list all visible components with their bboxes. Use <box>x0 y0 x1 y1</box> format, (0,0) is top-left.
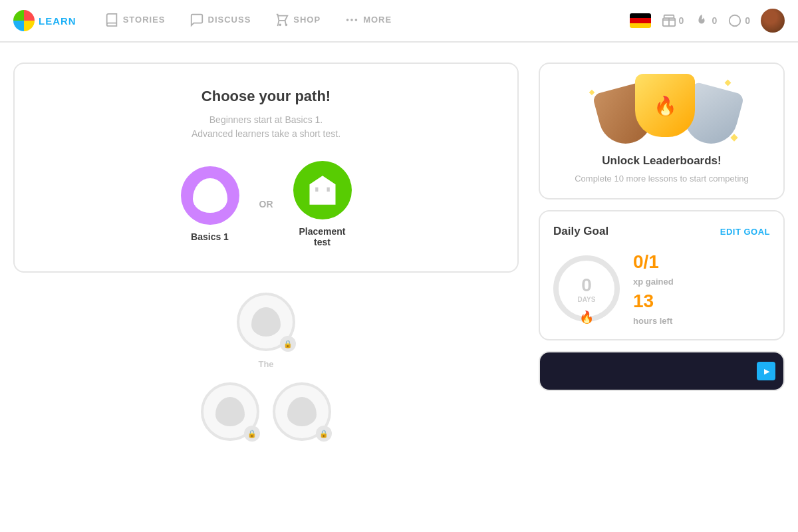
nav-item-shop[interactable]: SHOP <box>265 0 330 42</box>
lesson-node-3[interactable]: 🔒 <box>273 382 331 441</box>
duolingo-logo-icon <box>13 10 35 31</box>
diamond-4 <box>589 90 595 95</box>
nav-right: 0 0 0 <box>630 9 785 33</box>
placement-label: Placementtest <box>299 226 345 247</box>
language-flag-de[interactable] <box>630 13 651 28</box>
leaderboard-title: Unlock Leaderboards! <box>553 154 770 168</box>
fire-badge[interactable]: 0 <box>694 13 717 28</box>
hours-left-label: hours left <box>633 316 674 326</box>
choose-path-subtitle: Beginners start at Basics 1.Advanced lea… <box>41 113 491 141</box>
placement-circle <box>293 161 352 219</box>
more-icon <box>344 13 359 27</box>
chest-badge[interactable]: 0 <box>662 13 684 28</box>
svg-rect-6 <box>315 188 318 192</box>
nav-logo[interactable]: LEARN <box>13 10 76 31</box>
xp-stats: 0/1 xp gained 13 hours left <box>633 251 674 326</box>
edit-goal-button[interactable]: EDIT GOAL <box>720 227 770 237</box>
leaderboard-subtitle: Complete 10 more lessons to start compet… <box>553 173 770 185</box>
locked-egg-icon-1 <box>251 307 281 336</box>
lesson-node-2[interactable]: 🔒 <box>201 382 259 441</box>
path-options: Basics 1 OR Placementtest <box>41 161 491 247</box>
right-column: Unlock Leaderboards! Complete 10 more le… <box>539 63 785 449</box>
flag-stripe-red <box>630 18 651 23</box>
svg-rect-4 <box>664 15 674 19</box>
building-icon <box>305 173 340 207</box>
nav-item-more[interactable]: MORE <box>335 0 401 42</box>
or-label: OR <box>259 199 273 209</box>
nav-logo-label: LEARN <box>39 15 76 27</box>
svg-point-1 <box>350 19 353 21</box>
gem-icon <box>728 13 742 28</box>
placement-test-option[interactable]: Placementtest <box>293 161 352 247</box>
ad-play-button[interactable] <box>757 362 775 380</box>
nav-item-stories[interactable]: STORIES <box>95 0 175 42</box>
navbar: LEARN STORIES DISCUSS SHOP MORE <box>0 0 798 43</box>
lock-icon-2: 🔒 <box>244 426 260 442</box>
fire-icon <box>694 13 709 28</box>
choose-path-title: Choose your path! <box>41 88 491 105</box>
lesson-label-1: The <box>258 359 273 369</box>
diamond-3 <box>730 134 737 141</box>
book-icon <box>104 13 119 27</box>
days-number: 0 <box>581 275 592 296</box>
gem-badge[interactable]: 0 <box>728 13 750 28</box>
nav-discuss-label: DISCUSS <box>208 15 251 25</box>
lock-icon-3: 🔒 <box>316 426 332 442</box>
daily-goal-card: Daily Goal EDIT GOAL 0 DAYS 🔥 0/1 xp gai… <box>539 210 785 340</box>
lesson-row: 🔒 🔒 <box>201 382 331 449</box>
lesson-node-1[interactable]: 🔒 <box>237 293 295 351</box>
diamond-2 <box>725 80 732 86</box>
flag-stripe-gold <box>630 23 651 28</box>
xp-fraction: 0/1 <box>633 251 674 273</box>
nav-stories-label: STORIES <box>123 15 166 25</box>
nav-more-label: MORE <box>363 15 392 25</box>
main-content: Choose your path! Beginners start at Bas… <box>0 43 798 469</box>
lock-icon-1: 🔒 <box>280 336 296 352</box>
daily-goal-body: 0 DAYS 🔥 0/1 xp gained 13 hours left <box>553 251 770 326</box>
gem-count: 0 <box>745 15 750 26</box>
xp-ring: 0 DAYS 🔥 <box>553 255 620 322</box>
ad-card <box>539 351 785 391</box>
flag-stripe-black <box>630 13 651 18</box>
hours-count: 13 <box>633 291 674 312</box>
daily-goal-title: Daily Goal <box>553 225 608 238</box>
gold-shield <box>635 74 695 137</box>
locked-egg-icon-2 <box>215 397 245 426</box>
chest-count: 0 <box>679 15 684 26</box>
left-column: Choose your path! Beginners start at Bas… <box>13 63 519 449</box>
basics1-option[interactable]: Basics 1 <box>181 166 239 242</box>
shop-icon <box>275 13 289 27</box>
lessons-area: 🔒 The 🔒 🔒 <box>13 293 519 449</box>
leaderboard-card: Unlock Leaderboards! Complete 10 more le… <box>539 63 785 200</box>
nav-item-discuss[interactable]: DISCUSS <box>180 0 261 42</box>
daily-goal-header: Daily Goal EDIT GOAL <box>553 225 770 238</box>
chest-icon <box>662 13 676 28</box>
nav-shop-label: SHOP <box>293 15 321 25</box>
basics1-circle <box>181 166 239 225</box>
basics1-label: Basics 1 <box>191 231 229 242</box>
days-label: DAYS <box>578 296 596 303</box>
choose-path-card: Choose your path! Beginners start at Bas… <box>13 63 519 273</box>
svg-point-5 <box>730 15 741 27</box>
egg-icon <box>193 178 227 213</box>
svg-point-2 <box>355 19 358 21</box>
svg-rect-7 <box>327 188 329 192</box>
xp-gained-label: xp gained <box>633 277 674 287</box>
user-avatar[interactable] <box>761 9 785 33</box>
fire-bottom-icon: 🔥 <box>579 310 594 325</box>
chat-icon <box>190 13 204 27</box>
shields-area <box>553 77 770 144</box>
fire-count: 0 <box>712 15 717 26</box>
locked-egg-icon-3 <box>287 397 317 426</box>
svg-point-0 <box>346 19 349 21</box>
avatar-image <box>761 9 785 33</box>
